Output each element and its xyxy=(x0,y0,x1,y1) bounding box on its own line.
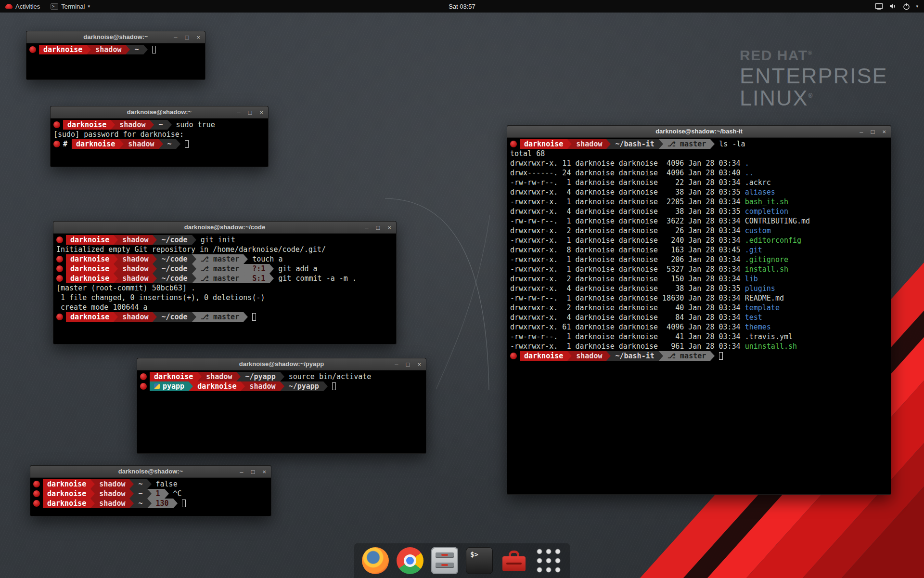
terminal-content[interactable]: darknoiseshadow~/pyapp source bin/activa… xyxy=(137,370,426,453)
window-title: darknoise@shadow:~ xyxy=(51,106,268,118)
dock: $> xyxy=(354,543,570,578)
maximize-button[interactable]: □ xyxy=(185,34,189,40)
output-text: -rw-rw-r--. 1 darknoise darknoise 22 Jan… xyxy=(510,178,745,187)
terminal-content[interactable]: darknoiseshadow~/bash-it⎇ master ls -lat… xyxy=(507,138,891,494)
terminal-window-bash-it[interactable]: darknoise@shadow:~/bash-it – □ × darknoi… xyxy=(507,125,891,495)
maximize-button[interactable]: □ xyxy=(251,469,255,475)
terminal-content[interactable]: darknoiseshadow~ xyxy=(26,43,205,79)
powerline-arrow-icon xyxy=(167,120,172,130)
dock-firefox-icon[interactable] xyxy=(362,547,389,574)
minimize-button[interactable]: – xyxy=(395,361,398,368)
command-text: git init xyxy=(196,236,235,244)
redhat-prompt-icon xyxy=(33,481,40,487)
output-line: -rw-rw-r--. 1 darknoise darknoise 41 Jan… xyxy=(510,332,888,342)
redhat-prompt-icon xyxy=(33,500,40,507)
brand-line-linux: LINUX® xyxy=(740,87,888,109)
terminal-content[interactable]: darknoiseshadow~ falsedarknoiseshadow~1 … xyxy=(30,478,271,516)
minimize-button[interactable]: – xyxy=(860,129,863,135)
titlebar[interactable]: darknoise@shadow:~ – □ × xyxy=(26,31,205,43)
output-line: drwxrwxr-x. 11 darknoise darknoise 4096 … xyxy=(510,158,888,168)
titlebar[interactable]: darknoise@shadow:~ – □ × xyxy=(30,466,271,478)
prompt-line: darknoiseshadow~ sudo true xyxy=(53,120,265,130)
output-line: 1 file changed, 0 insertions(+), 0 delet… xyxy=(56,293,393,302)
powerline-arrow-icon xyxy=(126,45,130,54)
powerline-arrow-icon xyxy=(192,274,196,283)
prompt-segment-host: shadow xyxy=(124,139,158,149)
titlebar[interactable]: darknoise@shadow:~ – □ × xyxy=(51,106,268,118)
minimize-button[interactable]: – xyxy=(240,469,243,475)
chevron-down-icon: ▾ xyxy=(916,4,918,9)
screen-icon xyxy=(875,3,883,10)
titlebar[interactable]: darknoise@shadow:~/pyapp – □ × xyxy=(137,358,426,370)
close-button[interactable]: × xyxy=(196,34,200,40)
redhat-prompt-icon xyxy=(56,236,63,243)
terminal-content[interactable]: darknoiseshadow~/code git initInitialize… xyxy=(53,234,396,344)
prompt-segment-user: darknoise xyxy=(520,139,567,149)
prompt-segment-host: shadow xyxy=(118,274,153,283)
terminal-window-home-1[interactable]: darknoise@shadow:~ – □ × darknoiseshadow… xyxy=(26,31,205,80)
volume-icon xyxy=(889,3,897,10)
activities-button[interactable]: Activities xyxy=(0,0,45,13)
close-button[interactable]: × xyxy=(387,224,391,231)
prompt-line: darknoiseshadow~/bash-it⎇ master xyxy=(510,351,888,361)
maximize-button[interactable]: □ xyxy=(871,129,875,135)
command-text: source bin/activate xyxy=(284,372,372,381)
terminal-window-code[interactable]: darknoise@shadow:~/code – □ × darknoises… xyxy=(53,221,397,344)
redhat-branding: RED HAT® ENTERPRISE LINUX® xyxy=(740,47,888,109)
redhat-logo-icon xyxy=(5,4,13,9)
prompt-segment-branch: ⎇ master xyxy=(196,264,244,274)
power-icon xyxy=(903,3,910,10)
titlebar[interactable]: darknoise@shadow:~/code – □ × xyxy=(53,222,396,234)
prompt-segment-host: shadow xyxy=(245,381,280,391)
prompt-segment-path: ~/code xyxy=(157,312,192,322)
app-menu-terminal[interactable]: > Terminal ▾ xyxy=(45,0,95,13)
terminal-content[interactable]: darknoiseshadow~ sudo true[sudo] passwor… xyxy=(51,118,268,167)
dock-toolbox-icon[interactable] xyxy=(500,547,527,574)
system-status-area[interactable]: ▾ xyxy=(875,0,924,13)
brand-line-enterprise: ENTERPRISE xyxy=(740,65,888,87)
powerline-arrow-icon xyxy=(114,312,118,322)
terminal-window-pyapp[interactable]: darknoise@shadow:~/pyapp – □ × darknoise… xyxy=(137,358,426,454)
minimize-button[interactable]: – xyxy=(365,224,368,231)
powerline-arrow-icon xyxy=(147,479,152,489)
output-text: -rwxrwxr-x. 1 darknoise darknoise 240 Ja… xyxy=(510,236,745,245)
terminal-window-sudo[interactable]: darknoise@shadow:~ – □ × darknoiseshadow… xyxy=(50,106,269,167)
chevron-down-icon: ▾ xyxy=(88,4,90,9)
output-line: -rwxrwxr-x. 1 darknoise darknoise 961 Ja… xyxy=(510,342,888,351)
powerline-arrow-icon xyxy=(153,274,157,283)
clock[interactable]: Sat 03:57 xyxy=(449,3,475,10)
output-text: .ackrc xyxy=(745,178,771,187)
minimize-button[interactable]: – xyxy=(237,109,240,116)
prompt-segment-user: darknoise xyxy=(193,381,241,391)
prompt-segment-path: ~/code xyxy=(157,274,192,283)
dock-files-icon[interactable] xyxy=(431,547,458,574)
close-button[interactable]: × xyxy=(262,469,266,475)
powerline-arrow-icon xyxy=(270,274,274,283)
output-text: lib xyxy=(745,275,758,283)
powerline-arrow-icon xyxy=(710,351,715,361)
output-line: -rwxrwxr-x. 1 darknoise darknoise 2205 J… xyxy=(510,197,888,207)
output-line: drwxrwxr-x. 8 darknoise darknoise 163 Ja… xyxy=(510,245,888,255)
prompt-segment-path: ~/pyapp xyxy=(284,381,323,391)
maximize-button[interactable]: □ xyxy=(248,109,252,116)
prompt-segment-path: ~ xyxy=(134,499,147,508)
close-button[interactable]: × xyxy=(417,361,421,368)
dock-terminal-icon[interactable]: $> xyxy=(466,547,493,574)
redhat-prompt-icon xyxy=(56,275,63,282)
close-button[interactable]: × xyxy=(882,129,886,135)
prompt-line: # darknoiseshadow~ xyxy=(53,139,265,149)
close-button[interactable]: × xyxy=(259,109,263,116)
terminal-window-home-2[interactable]: darknoise@shadow:~ – □ × darknoiseshadow… xyxy=(30,465,271,516)
activities-label: Activities xyxy=(15,3,40,10)
dock-app-grid-icon[interactable] xyxy=(535,547,562,574)
powerline-arrow-icon xyxy=(244,312,248,322)
powerline-arrow-icon xyxy=(165,489,169,499)
dock-chrome-icon[interactable] xyxy=(397,547,424,574)
titlebar[interactable]: darknoise@shadow:~/bash-it – □ × xyxy=(507,126,891,138)
maximize-button[interactable]: □ xyxy=(376,224,380,231)
maximize-button[interactable]: □ xyxy=(406,361,410,368)
minimize-button[interactable]: – xyxy=(174,34,177,40)
powerline-arrow-icon xyxy=(159,139,163,149)
output-line: [sudo] password for darknoise: xyxy=(53,130,265,139)
output-text: drwxrwxr-x. 11 darknoise darknoise 4096 … xyxy=(510,159,745,168)
